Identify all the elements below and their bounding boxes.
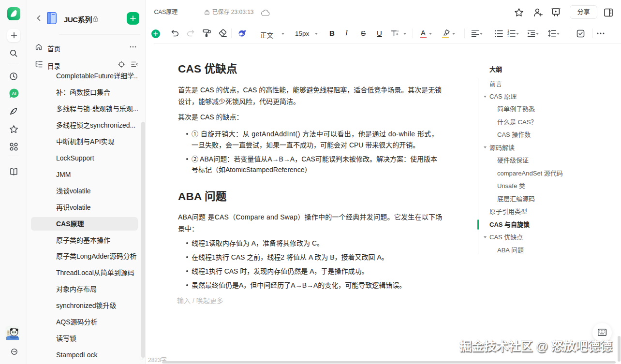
svg-text:AI: AI — [12, 91, 16, 96]
svg-text:3: 3 — [507, 35, 509, 37]
